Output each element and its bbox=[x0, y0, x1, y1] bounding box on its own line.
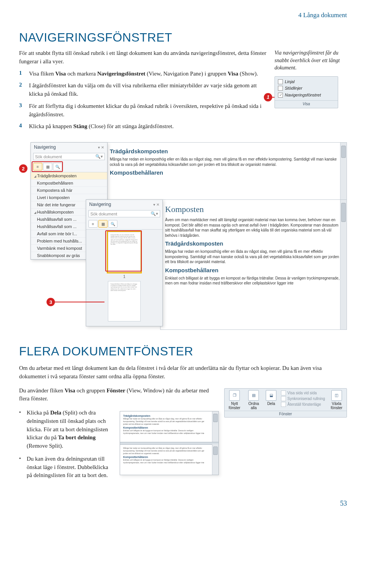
nav-search-input[interactable]: Sök dokument🔍▾ bbox=[33, 153, 105, 160]
chapter-header: 4 Långa dokument bbox=[19, 11, 347, 19]
split-window-screenshot: Trädgårdskomposten Många har redan en ko… bbox=[120, 411, 219, 475]
split-icon: ⬓ bbox=[266, 390, 276, 401]
side-by-side-icon bbox=[281, 390, 286, 395]
checkbox-linjal[interactable]: Linjal bbox=[278, 79, 335, 85]
nav-tab-thumbnails[interactable]: ▦ bbox=[98, 220, 108, 228]
search-icon: 🔍▾ bbox=[95, 154, 103, 159]
bullet-2: Du kan även dra delningsrutan till önska… bbox=[19, 455, 114, 480]
section-title-navigering: NAVIGERINGSFÖNSTRET bbox=[19, 31, 347, 45]
nav-pane-title: Navigering bbox=[34, 145, 56, 150]
callout-highlight-tabs bbox=[32, 161, 63, 172]
option-sida-vid-sida[interactable]: Visa sida vid sida bbox=[281, 390, 325, 396]
step-number-3: 3 bbox=[19, 102, 24, 119]
nav-tab-outline[interactable]: ≡ bbox=[88, 220, 98, 228]
doc-paragraph: Många har redan en komposthög eller en l… bbox=[110, 157, 342, 167]
callout-2: 2 bbox=[19, 164, 27, 173]
document-pane-bottom: Komposten Även om man marktäcker med all… bbox=[160, 199, 347, 330]
outline-item[interactable]: Kompostbehållaren bbox=[31, 180, 107, 187]
step-text-3: För att förflytta dig i dokumentet klick… bbox=[29, 102, 267, 119]
checkbox-stodlinjer[interactable]: Stödlinjer bbox=[278, 85, 335, 92]
step-number-2: 2 bbox=[19, 82, 24, 98]
reset-position-icon bbox=[281, 402, 286, 407]
bullet-1: Klicka på Dela (Split) och dra delningsl… bbox=[19, 409, 114, 450]
screenshot-composite: Trädgårdskomposten Många har redan en ko… bbox=[19, 142, 347, 333]
step-text-2: I åtgärdsfönstret kan du välja om du vil… bbox=[29, 82, 267, 98]
switch-windows-icon: ◫ bbox=[331, 390, 342, 401]
doc-heading-behallaren: Kompostbehållaren bbox=[110, 169, 342, 176]
sync-scroll-icon bbox=[281, 396, 286, 401]
outline-item[interactable]: Trädgårdskomposten bbox=[31, 172, 107, 180]
ribbon-group-label-fonster: Fönster bbox=[225, 411, 347, 417]
doc-heading-tradgard2: Trädgårdskomposten bbox=[165, 240, 342, 247]
nav-pane-controls[interactable]: ▾ ✕ bbox=[153, 202, 159, 207]
section2-intro: Om du arbetar med ett långt dokument kan… bbox=[19, 364, 347, 381]
ribbon-group-label-visa: Visa bbox=[275, 100, 338, 108]
nav-tab-results[interactable]: 🔍 bbox=[108, 220, 117, 228]
search-icon: 🔍▾ bbox=[151, 211, 158, 216]
callout-highlight-thumb bbox=[105, 230, 142, 272]
step-number-4: 4 bbox=[19, 122, 24, 131]
step-number-1: 1 bbox=[19, 70, 24, 78]
option-synk-rullning[interactable]: Synkroniserad rullning bbox=[281, 396, 325, 402]
doc-heading-tradgard: Trädgårdskomposten bbox=[110, 148, 342, 154]
doc-heading-behallaren2: Kompostbehållaren bbox=[165, 267, 342, 273]
nav-pane-controls[interactable]: ▾ ✕ bbox=[98, 145, 104, 149]
nav-pane-title: Navigering bbox=[89, 202, 111, 207]
navigation-pane-thumbnails: Navigering▾ ✕ Sök dokument🔍▾ ≡ ▦ 🔍 Kompo… bbox=[86, 199, 163, 326]
sidenote: Via navigeringsfönstret får du snabbt öv… bbox=[274, 49, 347, 72]
callout-3: 3 bbox=[47, 298, 55, 306]
section-title-flera: FLERA DOKUMENTFÖNSTER bbox=[19, 344, 347, 358]
ribbon-fonster-group: ❐ Nytt fönster ▤ Ordna alla ⬓ Dela Visa … bbox=[224, 388, 347, 418]
step-text-4: Klicka på knappen Stäng (Close) för att … bbox=[29, 122, 174, 131]
page-thumbnail-2[interactable]: Kompostbehållaren Enklast och billigast … bbox=[108, 281, 141, 321]
doc-paragraph: Enklast och billigast är att bygga en ko… bbox=[165, 276, 342, 286]
step-text-1: Visa fliken Visa och markera Navigerings… bbox=[29, 70, 258, 78]
doc-paragraph: Även om man marktäcker med allt lämpligt… bbox=[165, 217, 342, 238]
option-aterstall[interactable]: Återställ fönsterläge bbox=[281, 402, 325, 407]
checkbox-navigeringsfonstret[interactable]: ✓Navigeringsfönstret bbox=[278, 92, 335, 98]
new-window-icon: ❐ bbox=[229, 390, 240, 401]
thumbnail-page-number: 1 bbox=[123, 275, 125, 279]
intro-paragraph: För att snabbt flytta till önskad rubrik… bbox=[19, 49, 267, 66]
doc-paragraph: Många har redan en komposthög eller en l… bbox=[165, 249, 342, 265]
nav-search-input[interactable]: Sök dokument🔍▾ bbox=[88, 210, 160, 217]
callout-1: 1 bbox=[264, 93, 272, 101]
button-ordna-alla[interactable]: ▤ Ordna alla bbox=[246, 390, 261, 410]
button-dela[interactable]: ⬓ Dela bbox=[265, 390, 277, 406]
page-number: 53 bbox=[19, 500, 347, 508]
doc-heading-komposten: Komposten bbox=[165, 204, 342, 214]
arrange-all-icon: ▤ bbox=[248, 390, 259, 401]
button-vaxla-fonster[interactable]: ◫ Växla fönster bbox=[329, 390, 344, 410]
document-pane-top: Trädgårdskomposten Många har redan en ko… bbox=[105, 142, 347, 208]
button-nytt-fonster[interactable]: ❐ Nytt fönster bbox=[227, 390, 242, 410]
outline-item[interactable]: Kompostera så här bbox=[31, 187, 107, 194]
ribbon-visa-group: Linjal Stödlinjer ✓Navigeringsfönstret V… bbox=[274, 76, 338, 108]
